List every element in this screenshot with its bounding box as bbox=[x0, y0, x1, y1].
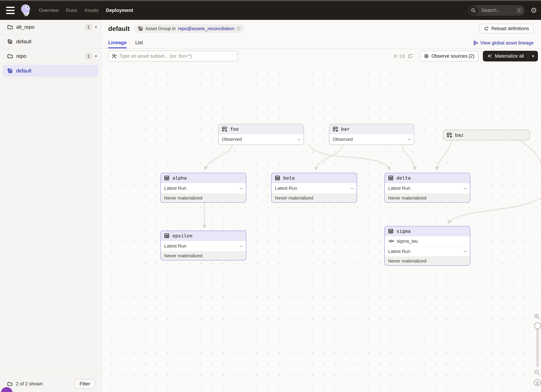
asset-check-label: sigma_tau bbox=[397, 239, 418, 244]
repo-count-badge: 1 bbox=[85, 24, 92, 31]
status-value: – bbox=[240, 186, 243, 191]
nav-item-overview[interactable]: Overview bbox=[39, 8, 59, 13]
view-global-asset-lineage-label: View global asset lineage bbox=[480, 40, 534, 46]
asset-node-beta[interactable]: betaLatest Run–Never materialized bbox=[271, 173, 357, 203]
asset-node-header: foo bbox=[218, 124, 304, 134]
asset-node-sigma[interactable]: sigmasigma_tauLatest Run–Never materiali… bbox=[384, 226, 470, 266]
lineage-canvas[interactable]: fooObserved–barObserved–bazalphaLatest R… bbox=[101, 65, 541, 392]
tab-list[interactable]: List bbox=[135, 38, 143, 48]
node-status-row: Latest Run– bbox=[161, 241, 246, 251]
status-label: Latest Run bbox=[388, 186, 410, 191]
refresh-icon[interactable] bbox=[236, 26, 241, 31]
asset-group-icon bbox=[138, 26, 143, 31]
dagster-logo[interactable] bbox=[20, 4, 32, 17]
materialization-label: Never materialized bbox=[164, 253, 203, 258]
table-asset-icon bbox=[164, 175, 170, 181]
lineage-graph-icon bbox=[473, 41, 478, 46]
asset-node-foo[interactable]: fooObserved– bbox=[218, 124, 304, 145]
chevron-down-icon[interactable]: ▾ bbox=[95, 25, 97, 29]
observe-icon bbox=[424, 54, 429, 59]
lineage-edge-foo-to-delta bbox=[309, 145, 390, 170]
view-global-asset-lineage-link[interactable]: View global asset lineage bbox=[473, 40, 534, 46]
sidebar-item-default-altrepo[interactable]: default bbox=[0, 34, 101, 49]
folder-icon bbox=[7, 381, 13, 387]
repo-location-link[interactable]: repo@assets_reconciliation bbox=[178, 26, 234, 31]
asset-node-name: epsilon bbox=[172, 233, 192, 239]
lineage-edge-baz-to-delta bbox=[436, 141, 452, 170]
asset-group-icon bbox=[7, 68, 13, 74]
refresh-countdown: 0:18 bbox=[394, 54, 405, 59]
repo-label: alt_repo bbox=[16, 24, 34, 30]
materialize-options-caret[interactable]: ▾ bbox=[528, 51, 538, 61]
node-materialization-row: Never materialized bbox=[271, 193, 357, 202]
asset-node-baz[interactable]: baz bbox=[443, 130, 530, 140]
status-label: Observed bbox=[333, 137, 353, 142]
nav-item-deployment[interactable]: Deployment bbox=[106, 8, 133, 13]
asset-node-header: delta bbox=[385, 173, 470, 183]
asset-node-name: beta bbox=[283, 175, 295, 181]
search-placeholder: Search... bbox=[481, 8, 516, 13]
asset-node-epsilon[interactable]: epsilonLatest Run–Never materialized bbox=[160, 230, 246, 260]
node-status-row: Latest Run– bbox=[161, 183, 246, 193]
status-value: – bbox=[408, 137, 411, 142]
folder-icon bbox=[7, 53, 13, 59]
asset-node-alpha[interactable]: alphaLatest Run–Never materialized bbox=[160, 173, 246, 203]
search-shortcut-key: / bbox=[516, 7, 522, 13]
node-status-row: Observed– bbox=[329, 134, 414, 144]
asset-node-header: sigma bbox=[385, 226, 470, 236]
repo-sidebar: alt_repo 1 ▾ default repo 1 ▾ bbox=[0, 20, 101, 392]
status-label: Latest Run bbox=[388, 249, 410, 254]
sidebar-item-alt-repo[interactable]: alt_repo 1 ▾ bbox=[0, 20, 101, 34]
asset-group-label: default bbox=[16, 39, 31, 45]
tab-lineage[interactable]: Lineage bbox=[108, 38, 127, 48]
lineage-edge-bar-to-delta bbox=[402, 145, 415, 170]
asset-node-name: bar bbox=[341, 126, 350, 132]
asset-subset-input[interactable] bbox=[108, 51, 238, 61]
observe-sources-button[interactable]: Observe sources (2) bbox=[420, 51, 479, 61]
repo-label: repo bbox=[16, 53, 26, 59]
asset-node-delta[interactable]: deltaLatest Run–Never materialized bbox=[384, 173, 470, 203]
zoom-out-icon[interactable] bbox=[533, 368, 541, 376]
filter-button[interactable]: Filter bbox=[75, 379, 95, 389]
chevron-down-icon[interactable]: ▾ bbox=[95, 54, 97, 58]
node-materialization-row: Never materialized bbox=[385, 193, 470, 202]
table-asset-icon bbox=[388, 228, 394, 234]
gear-icon[interactable]: ⚙ bbox=[531, 7, 537, 14]
sidebar-item-default-selected[interactable]: default bbox=[3, 65, 98, 77]
zoom-slider-track[interactable] bbox=[536, 326, 539, 367]
materialization-label: Never materialized bbox=[275, 195, 313, 201]
refresh-icon[interactable] bbox=[407, 53, 413, 59]
reload-definitions-button[interactable]: Reload definitions bbox=[479, 24, 534, 33]
folder-icon bbox=[7, 24, 13, 30]
node-check-row: sigma_tau bbox=[385, 236, 470, 246]
node-status-row: Latest Run– bbox=[385, 183, 470, 193]
asset-check-icon bbox=[388, 239, 394, 243]
asset-group-label: default bbox=[16, 68, 31, 74]
source-asset-icon bbox=[333, 126, 338, 132]
table-asset-icon bbox=[164, 233, 170, 239]
main-content: default Asset Group in repo@assets_recon… bbox=[101, 20, 541, 392]
asset-node-name: foo bbox=[230, 126, 239, 132]
nav-item-runs[interactable]: Runs bbox=[66, 8, 77, 13]
status-value: – bbox=[298, 137, 300, 142]
asset-selector-icon bbox=[112, 53, 117, 59]
materialization-label: Never materialized bbox=[164, 195, 203, 201]
nav-item-assets[interactable]: Assets bbox=[84, 8, 99, 13]
zoom-slider-handle[interactable] bbox=[534, 322, 541, 329]
source-asset-icon bbox=[222, 126, 227, 132]
status-label: Latest Run bbox=[164, 243, 186, 249]
global-search-input[interactable]: Search... / bbox=[468, 5, 525, 16]
asset-node-header: alpha bbox=[161, 173, 246, 183]
status-label: Latest Run bbox=[275, 186, 297, 191]
status-value: – bbox=[464, 249, 467, 254]
asset-group-icon bbox=[7, 39, 13, 45]
asset-node-bar[interactable]: barObserved– bbox=[329, 124, 414, 145]
status-label: Observed bbox=[222, 137, 242, 142]
download-image-icon[interactable] bbox=[533, 379, 541, 387]
asset-node-header: bar bbox=[329, 124, 414, 134]
hamburger-menu-icon[interactable] bbox=[6, 7, 15, 14]
zoom-in-icon[interactable] bbox=[533, 313, 541, 321]
asset-subset-text-field[interactable] bbox=[120, 53, 234, 59]
materialize-all-button[interactable]: Materialize all bbox=[483, 51, 528, 61]
sidebar-item-repo[interactable]: repo 1 ▾ bbox=[0, 49, 101, 63]
